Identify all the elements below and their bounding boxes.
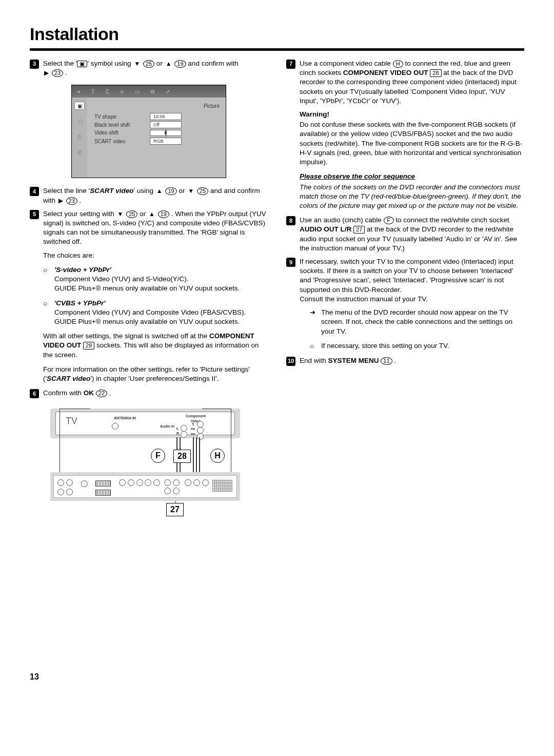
choice-2: 'CVBS + YPbPr' Component Video (YUV) and…	[43, 299, 268, 327]
page-title: Installation	[30, 23, 524, 46]
cable-F-label: F	[151, 449, 165, 463]
t: Video shift	[94, 129, 150, 137]
t: ' symbol using	[87, 60, 133, 67]
warning-body: Do not confuse these sockets with the fi…	[300, 120, 524, 167]
step-3: 3 Select the '▣' symbol using ▼ 25 or ▲ …	[30, 59, 268, 77]
step-num-9: 9	[286, 258, 295, 267]
step-8-text: Use an audio (cinch) cable F to connect …	[300, 216, 524, 253]
right-arrow-icon: ▶	[58, 197, 63, 205]
observe-body: The colors of the sockets on the DVD rec…	[300, 183, 524, 211]
t: or	[179, 187, 187, 195]
t: Select your setting with	[43, 210, 116, 218]
step-5-text: Select your setting with ▼ 25 or ▲ 19 . …	[43, 209, 268, 247]
ref-25: 25	[197, 187, 208, 195]
step-9-sub2: If necessary, store this setting on your…	[310, 341, 524, 351]
t: SCART video	[94, 138, 150, 145]
step-num-8: 8	[286, 216, 295, 225]
t: 16:09	[150, 113, 182, 120]
socket-27-label: 27	[166, 503, 184, 516]
right-arrow-icon: ▶	[44, 69, 49, 77]
t: Black level shift	[94, 122, 150, 129]
t: or	[140, 210, 148, 218]
t: With all other settings, the signal is s…	[43, 332, 209, 340]
osd-side-icon: ◁	[77, 117, 82, 125]
t: Use an audio (cinch) cable	[300, 216, 384, 224]
step-num-10: 10	[286, 357, 295, 366]
t: .	[65, 69, 67, 76]
t: Use a component video cable	[300, 60, 393, 67]
t: 'CVBS + YPbPr'	[54, 299, 106, 307]
choice-1: 'S-video + YPbPr' Component Video (YUV) …	[43, 265, 268, 294]
osd-icon: C	[106, 88, 109, 95]
t: Component Video (YUV) and S-Video(Y/C).	[54, 275, 188, 283]
osd-panel-title: Picture	[204, 103, 220, 110]
ref-19: 19	[165, 187, 176, 195]
after-choices-1: With all other settings, the signal is s…	[43, 332, 268, 360]
step-6-text: Confirm with OK 22 .	[43, 389, 268, 398]
ref-28: 28	[83, 342, 94, 350]
audioin-label: Audio in	[160, 424, 174, 429]
t: End with	[300, 357, 328, 364]
step-4: 4 Select the line 'SCART video' using ▲ …	[30, 186, 268, 205]
osd-menu-illustration: ⇥ T C ⎚ ▭ ⧉ ⤢ ▣ ◁ ⊙ ⊘ Picture TV shape	[71, 85, 226, 178]
ref-28: 28	[430, 69, 441, 77]
y-label: Y	[192, 422, 194, 427]
t: GUIDE Plus+® menus only available on YUV…	[54, 318, 240, 325]
left-column: 3 Select the '▣' symbol using ▼ 25 or ▲ …	[30, 59, 268, 517]
t: .	[394, 357, 396, 364]
step-10-text: End with SYSTEM MENU 11 .	[300, 356, 524, 365]
osd-row-scart: SCART video RGB	[94, 138, 182, 145]
t: and confirm with	[188, 60, 238, 67]
osd-sidebar: ▣ ◁ ⊙ ⊘	[72, 98, 87, 178]
step-3-text: Select the '▣' symbol using ▼ 25 or ▲ 19…	[43, 59, 268, 77]
step-7: 7 Use a component video cable H to conne…	[286, 59, 524, 106]
ref-19: 19	[158, 210, 169, 218]
right-column: 7 Use a component video cable H to conne…	[286, 59, 524, 517]
arrow-bullet-icon	[310, 308, 321, 336]
osd-icon: T	[91, 88, 94, 95]
step-5: 5 Select your setting with ▼ 25 or ▲ 19 …	[30, 209, 268, 247]
up-arrow-icon: ▲	[156, 187, 163, 195]
t: If necessary, store this setting on your…	[321, 341, 449, 351]
t: ') in chapter 'User preferences/Settings…	[90, 375, 219, 382]
t: Confirm with	[43, 389, 84, 397]
picture-symbol-icon: ▣	[77, 61, 87, 67]
osd-row-tvshape: TV shape 16:09	[94, 113, 182, 120]
osd-icon: ▭	[135, 88, 140, 95]
step-9: 9 If necessary, switch your TV to the co…	[286, 257, 524, 304]
choice-2-body: 'CVBS + YPbPr' Component Video (YUV) and…	[54, 299, 246, 327]
ref-22: 22	[96, 390, 107, 397]
choices-intro: The choices are:	[43, 251, 268, 260]
hollow-circle-icon	[43, 299, 54, 327]
l-label: L	[176, 426, 179, 431]
t: GUIDE Plus+® menus only available on YUV…	[54, 284, 240, 292]
dvd-back	[50, 472, 240, 501]
osd-side-icon: ⊙	[77, 133, 82, 141]
socket-28-label: 28	[173, 450, 191, 463]
hollow-circle-icon	[43, 265, 54, 294]
down-arrow-icon: ▼	[188, 187, 194, 195]
r-label: R	[176, 431, 179, 436]
t: TV shape	[94, 113, 150, 121]
tv-back: TV ANTENNA IN Component Video Audio in L…	[50, 409, 240, 438]
ref-11: 11	[381, 357, 392, 365]
t: SCART video	[90, 187, 133, 195]
step-num-5: 5	[30, 210, 39, 219]
t: SCART video	[47, 375, 90, 382]
ref-25: 25	[126, 210, 137, 218]
cable-H-label: H	[210, 449, 225, 463]
observe-block: Please observe the color sequence The co…	[300, 172, 524, 210]
osd-side-picture-icon: ▣	[74, 102, 85, 110]
step-8: 8 Use an audio (cinch) cable F to connec…	[286, 216, 524, 253]
t: Component Video (YUV) and Composite Vide…	[54, 308, 246, 316]
warning-heading: Warning!	[300, 110, 524, 119]
osd-row-videoshift: Video shift	[94, 129, 182, 137]
t: SYSTEM MENU	[328, 357, 379, 364]
after-choices-2: For more information on the other settin…	[43, 365, 268, 383]
t: Select the line '	[43, 187, 90, 195]
antenna-label: ANTENNA IN	[114, 416, 136, 420]
t: OK	[84, 389, 94, 397]
t: to connect the red/white cinch socket	[395, 216, 509, 224]
t: .	[80, 197, 82, 204]
down-arrow-icon: ▼	[117, 210, 124, 218]
